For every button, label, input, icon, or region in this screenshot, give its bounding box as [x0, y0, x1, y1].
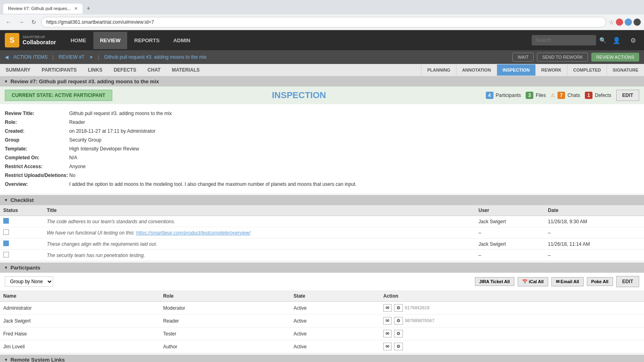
poke-all-button[interactable]: Poke All: [587, 277, 613, 286]
tab-close-icon[interactable]: ✕: [74, 6, 78, 11]
info-row-created: Created: on 2018-11-27 at 17:11 by Admin…: [5, 127, 639, 136]
ical-all-button[interactable]: 📅 iCal All: [518, 277, 548, 286]
role-value: Reader: [69, 119, 85, 125]
participant-state: Active: [290, 302, 380, 315]
search-icon[interactable]: 🔍: [599, 37, 606, 43]
group-by-select[interactable]: Group by None: [5, 276, 53, 287]
checklist-row: The code adheres to our team's standards…: [0, 216, 644, 227]
checklist-link[interactable]: https://smartbear.com/product/testcomple…: [136, 230, 250, 236]
forward-button[interactable]: →: [16, 17, 27, 27]
info-row-restrict-access: Restrict Access: Anyone: [5, 162, 639, 171]
checklist-arrow-icon: ▼: [4, 198, 8, 202]
send-to-rework-button[interactable]: SEND TO REWORK: [537, 53, 588, 62]
participants-col-state: State: [290, 291, 380, 302]
participant-role: Tester: [160, 327, 290, 340]
checklist-section-header[interactable]: ▼ Checklist: [0, 195, 644, 205]
checklist-cell-date: 11/26/18, 11:14 AM: [545, 239, 644, 250]
participants-edit-button[interactable]: EDIT: [616, 276, 639, 287]
user-icon-button[interactable]: 👤: [609, 35, 624, 46]
remote-arrow-icon: ▼: [4, 358, 8, 362]
nav-home[interactable]: HOME: [64, 32, 93, 49]
workflow-annotation[interactable]: ANNOTATION: [456, 64, 497, 76]
email-participant-button[interactable]: ✉: [383, 317, 392, 325]
new-tab-button[interactable]: +: [83, 2, 94, 14]
checklist-cell-title: We have run functional UI testing on thi…: [43, 227, 475, 239]
participant-row: Jim Lovell Author Active ✉ ⚙: [0, 340, 644, 353]
checkbox-icon[interactable]: [3, 218, 9, 224]
remote-section-header[interactable]: ▼ Remote System Links: [0, 355, 644, 362]
checkbox-icon[interactable]: [3, 229, 9, 235]
tab-links[interactable]: LINKS: [82, 64, 108, 76]
workflow-completed[interactable]: COMPLETED: [567, 64, 607, 76]
email-participant-button[interactable]: ✉: [383, 304, 392, 312]
logo-icon: S: [5, 33, 19, 47]
template-value: High Intensity Developer Review: [69, 146, 139, 152]
settings-icon-button[interactable]: ⚙: [627, 35, 639, 46]
breadcrumb-review-number[interactable]: REVIEW #7: [58, 54, 84, 60]
settings-participant-button[interactable]: ⚙: [394, 343, 403, 350]
browser-icon-1: [616, 19, 623, 26]
warning-icon: ⚠: [551, 93, 555, 98]
back-button[interactable]: ←: [3, 17, 14, 27]
review-edit-button[interactable]: EDIT: [616, 90, 639, 101]
back-arrow-icon[interactable]: ◀: [5, 54, 8, 60]
settings-participant-button[interactable]: ⚙: [394, 317, 403, 325]
tab-materials[interactable]: MATERIALS: [166, 64, 205, 76]
workflow-signature[interactable]: SIGNATURE: [607, 64, 644, 76]
wait-button[interactable]: WAIT: [512, 53, 534, 62]
dropdown-icon[interactable]: ▼: [89, 55, 93, 60]
email-all-button[interactable]: ✉ Email All: [551, 277, 584, 286]
settings-participant-button[interactable]: ⚙: [394, 330, 403, 337]
tab-defects[interactable]: DEFECTS: [108, 64, 142, 76]
participant-action: ✉ ⚙ 6176842618: [380, 302, 644, 315]
review-section-header[interactable]: ▼ Review #7: Github pull request #3. add…: [0, 76, 644, 86]
group-label: Group: [5, 137, 69, 143]
checklist-cell-date: 11/26/18, 9:30 AM: [545, 216, 644, 227]
browser-icon-2: [625, 19, 632, 26]
bookmark-icon[interactable]: ☆: [609, 19, 614, 26]
page-content: ▼ Review #7: Github pull request #3. add…: [0, 76, 644, 362]
breadcrumb-title: Github pull request #3. adding moons to …: [104, 54, 508, 60]
checklist-row: These changes align with the requirement…: [0, 239, 644, 250]
checkbox-icon[interactable]: [3, 252, 9, 257]
browser-actions: ☆: [609, 19, 641, 26]
participants-col-name: Name: [0, 291, 160, 302]
url-input[interactable]: [41, 17, 606, 27]
checklist-col-date: Date: [545, 205, 644, 216]
participants-arrow-icon: ▼: [4, 265, 8, 270]
logo: S SMARTBEAR Collaborator: [5, 33, 56, 47]
tab-summary[interactable]: SUMMARY: [0, 64, 36, 76]
participants-section-header[interactable]: ▼ Participants: [0, 263, 644, 273]
inspection-title: INSPECTION: [112, 90, 486, 101]
nav-reports[interactable]: REPORTS: [128, 32, 166, 49]
jira-ticket-all-button[interactable]: JIRA Ticket All: [475, 277, 514, 286]
browser-chrome: Review #7: Github pull reques... ✕ + ← →…: [0, 0, 644, 30]
email-participant-button[interactable]: ✉: [383, 343, 392, 350]
phone-number: 6176842618: [405, 305, 429, 310]
settings-participant-button[interactable]: ⚙: [394, 304, 403, 312]
email-participant-button[interactable]: ✉: [383, 330, 392, 337]
workflow-planning[interactable]: PLANNING: [421, 64, 456, 76]
search-input[interactable]: [532, 35, 596, 45]
breadcrumb-action-items[interactable]: ACTION ITEMS: [13, 54, 47, 60]
tab-participants[interactable]: PARTICIPANTS: [36, 64, 83, 76]
active-tab[interactable]: Review #7: Github pull reques... ✕: [3, 4, 83, 14]
tab-chat[interactable]: CHAT: [142, 64, 166, 76]
section-arrow-icon: ▼: [4, 79, 8, 84]
nav-review[interactable]: REVIEW: [93, 32, 127, 49]
checkbox-icon[interactable]: [3, 241, 9, 246]
restrict-access-label: Restrict Access:: [5, 164, 69, 169]
participants-table: Name Role State Action Administrator Mod…: [0, 291, 644, 353]
checklist-cell-user: Jack Swigert: [475, 239, 545, 250]
info-row-group: Group Security Group: [5, 136, 639, 144]
restrict-uploads-value: No: [69, 173, 75, 178]
group-value: Security Group: [69, 137, 101, 143]
checklist-cell-status: [0, 216, 43, 227]
review-actions-button[interactable]: REVIEW ACTIONS: [591, 53, 639, 62]
checklist-header-row: Status Title User Date: [0, 205, 644, 216]
workflow-rework[interactable]: REWORK: [535, 64, 567, 76]
nav-admin[interactable]: ADMIN: [167, 32, 197, 49]
participants-col-role: Role: [160, 291, 290, 302]
reload-button[interactable]: ↻: [29, 17, 39, 27]
workflow-inspection[interactable]: INSPECTION: [497, 64, 535, 76]
